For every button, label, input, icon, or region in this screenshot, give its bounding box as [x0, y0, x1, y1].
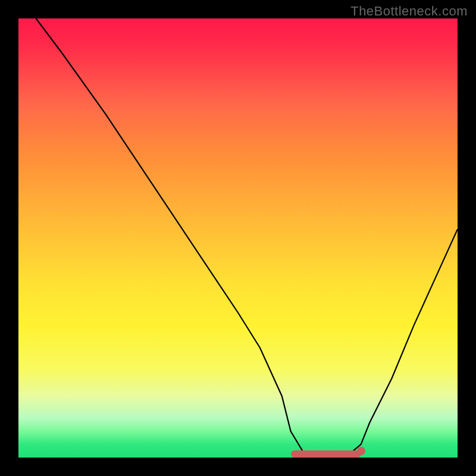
optimal-range-bar	[291, 450, 361, 458]
optimal-point-dot	[357, 447, 365, 455]
bottleneck-curve	[18, 18, 458, 458]
chart-plot-area	[18, 18, 458, 458]
watermark-text: TheBottleneck.com	[350, 4, 468, 19]
